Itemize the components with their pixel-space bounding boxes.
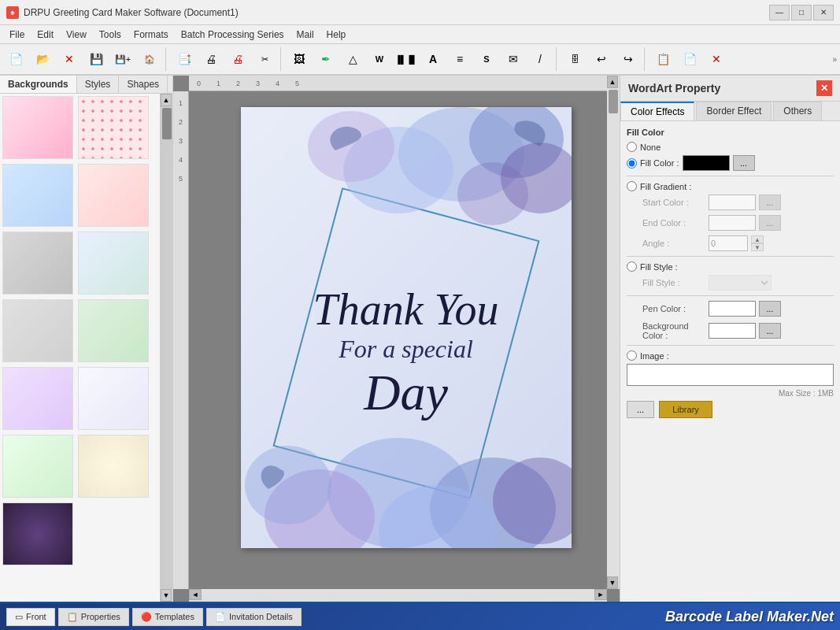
bottom-tab-front[interactable]: ▭ Front: [6, 608, 55, 626]
bg-thumb-7[interactable]: [2, 299, 73, 362]
paste-button[interactable]: 📄: [677, 46, 702, 72]
image-radio[interactable]: [627, 350, 637, 361]
fill-color-radio[interactable]: [627, 158, 637, 169]
canvas-scroll-thumb-v[interactable]: [609, 90, 618, 113]
bg-row-3: [0, 229, 160, 297]
bg-thumb-5[interactable]: [2, 232, 73, 295]
fill-color-radio-row: Fill Color : ...: [627, 155, 834, 171]
canvas-scroll-left[interactable]: ◄: [189, 589, 202, 600]
front-tab-label: Front: [26, 612, 46, 621]
window-title: DRPU Greeting Card Maker Software (Docum…: [24, 7, 769, 18]
canvas-scroll-down[interactable]: ▼: [607, 576, 618, 589]
tab-color-effects[interactable]: Color Effects: [620, 102, 694, 120]
menu-help[interactable]: Help: [320, 28, 353, 42]
delete-button[interactable]: ✕: [704, 46, 729, 72]
bg-thumb-13[interactable]: [2, 502, 73, 565]
email-button[interactable]: ✉: [501, 46, 526, 72]
image-buttons: ... Library: [627, 401, 834, 418]
new-button[interactable]: 📄: [3, 46, 28, 72]
bg-color-button[interactable]: ...: [759, 323, 781, 339]
tab-shapes[interactable]: Shapes: [119, 76, 168, 93]
bg-thumb-3[interactable]: [2, 164, 73, 227]
special-button[interactable]: S: [474, 46, 499, 72]
image-path-input[interactable]: [627, 364, 834, 386]
fill-gradient-label: Fill Gradient :: [640, 182, 691, 191]
ruler-left: 12345: [173, 91, 189, 589]
bg-row-2: [0, 161, 160, 229]
template-button[interactable]: 🏠: [137, 46, 162, 72]
menu-formats[interactable]: Formats: [128, 28, 175, 42]
menu-edit[interactable]: Edit: [31, 28, 60, 42]
bg-thumb-4[interactable]: [78, 164, 149, 227]
scroll-thumb[interactable]: [162, 108, 172, 139]
menu-tools[interactable]: Tools: [93, 28, 128, 42]
menu-batch-processing[interactable]: Batch Processing Series: [175, 28, 290, 42]
bg-thumb-11[interactable]: [2, 435, 73, 498]
copy-button[interactable]: 📋: [650, 46, 675, 72]
cut-button[interactable]: ✂: [252, 46, 277, 72]
scroll-down-arrow[interactable]: ▼: [161, 589, 172, 602]
bg-thumb-8[interactable]: [78, 299, 149, 362]
canvas-scroll-track-h: [202, 589, 594, 602]
bg-thumb-10[interactable]: [78, 367, 149, 430]
menu-view[interactable]: View: [60, 28, 93, 42]
bottom-tab-templates[interactable]: 🔴 Templates: [132, 608, 203, 626]
open-button[interactable]: 📂: [30, 46, 55, 72]
bg-thumb-9[interactable]: [2, 367, 73, 430]
canvas-scroll-track-v: [607, 88, 620, 576]
bg-color-swatch[interactable]: [709, 323, 756, 339]
bg-thumb-12[interactable]: [78, 435, 149, 498]
divider-2: [627, 256, 834, 257]
card-canvas[interactable]: Thank You For a special Day: [241, 107, 572, 548]
watermark-text: Barcode Label Maker.Net: [665, 609, 834, 625]
print-preview-button[interactable]: 🖨: [225, 46, 250, 72]
db-button[interactable]: 🗄: [562, 46, 587, 72]
canvas-scroll-right[interactable]: ►: [594, 589, 607, 600]
pen-color-swatch[interactable]: [709, 301, 756, 317]
bottom-tab-properties[interactable]: 📋 Properties: [58, 608, 129, 626]
align-button[interactable]: ≡: [447, 46, 472, 72]
word-button[interactable]: W: [367, 46, 392, 72]
fill-style-radio[interactable]: [627, 261, 637, 272]
fill-gradient-radio[interactable]: [627, 181, 637, 191]
bg-thumb-2[interactable]: [78, 96, 149, 159]
bg-thumb-6[interactable]: [78, 232, 149, 295]
bottom-tab-invitation[interactable]: 📄 Invitation Details: [206, 608, 302, 626]
shapes-button[interactable]: △: [340, 46, 365, 72]
tab-others[interactable]: Others: [773, 102, 822, 120]
fill-color-swatch[interactable]: [683, 155, 730, 171]
maximize-button[interactable]: □: [791, 5, 812, 20]
image-button[interactable]: 🖼: [287, 46, 312, 72]
barcode-button[interactable]: ▐▌▐▌: [394, 46, 419, 72]
text-button[interactable]: A: [420, 46, 446, 72]
page-setup-button[interactable]: 📑: [172, 46, 197, 72]
bg-thumb-1[interactable]: [2, 96, 73, 159]
pen-color-button[interactable]: ...: [759, 301, 781, 317]
library-button[interactable]: Library: [659, 401, 712, 418]
close-window-button[interactable]: ✕: [813, 5, 834, 20]
tab-border-effect[interactable]: Border Effect: [696, 102, 772, 120]
image-browse-button[interactable]: ...: [627, 401, 654, 418]
tab-backgrounds[interactable]: Backgrounds: [0, 76, 77, 93]
save-button[interactable]: 💾: [83, 46, 109, 72]
none-radio[interactable]: [627, 142, 637, 152]
menu-mail[interactable]: Mail: [290, 28, 320, 42]
bg-row-6: [0, 432, 160, 500]
scroll-up-arrow[interactable]: ▲: [161, 94, 172, 106]
minimize-button[interactable]: —: [769, 5, 790, 20]
pen-button[interactable]: ✒: [313, 46, 339, 72]
menu-file[interactable]: File: [3, 28, 31, 42]
invitation-tab-label: Invitation Details: [229, 612, 293, 621]
left-panel: Backgrounds Styles Shapes: [0, 76, 173, 602]
wordart-close-button[interactable]: ✕: [816, 80, 832, 96]
line-button[interactable]: /: [527, 46, 553, 72]
close-button[interactable]: ✕: [57, 46, 82, 72]
canvas-scroll-up[interactable]: ▲: [607, 76, 618, 88]
save-as-button[interactable]: 💾+: [110, 46, 135, 72]
redo-button[interactable]: ↪: [616, 46, 641, 72]
print-button[interactable]: 🖨: [198, 46, 224, 72]
undo-button[interactable]: ↩: [589, 46, 614, 72]
fill-color-browse-button[interactable]: ...: [733, 155, 755, 171]
tab-styles[interactable]: Styles: [77, 76, 120, 93]
start-color-row: Start Color : ...: [642, 195, 834, 210]
